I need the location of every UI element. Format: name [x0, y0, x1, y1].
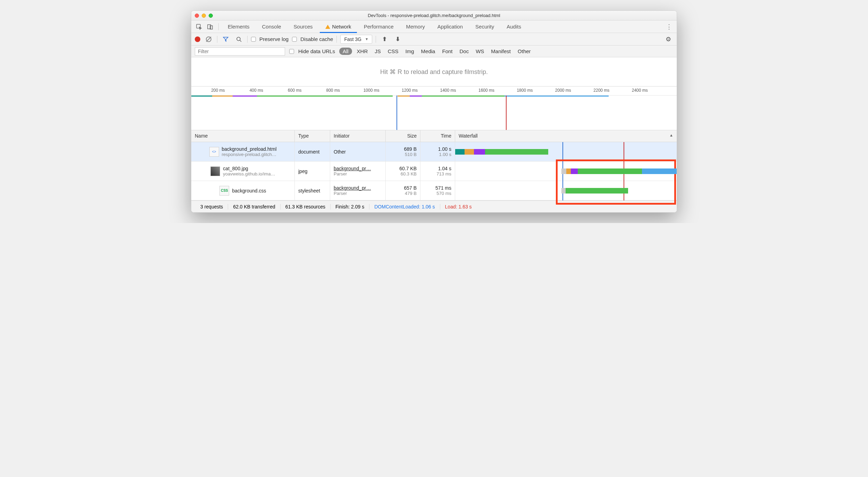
filter-tag-css[interactable]: CSS: [386, 48, 401, 55]
request-type: stylesheet: [298, 188, 326, 194]
timeline-tick: 2000 ms: [555, 88, 571, 93]
request-size-sub: 510 B: [405, 152, 417, 157]
request-time: 1.00 s: [438, 146, 451, 152]
disable-cache-checkbox[interactable]: [292, 37, 297, 42]
search-icon[interactable]: [234, 34, 244, 44]
filter-input[interactable]: [195, 47, 285, 56]
filter-tag-xhr[interactable]: XHR: [355, 48, 370, 55]
initiator-sub: Parser: [334, 171, 382, 176]
request-time-sub: 1.00 s: [439, 152, 451, 157]
request-name: background.css: [232, 188, 266, 194]
load-marker: [506, 96, 507, 130]
separator: [218, 23, 219, 30]
col-header-time[interactable]: Time: [420, 130, 455, 142]
waterfall-cell[interactable]: [455, 181, 677, 200]
col-header-size[interactable]: Size: [386, 130, 420, 142]
hide-data-urls-checkbox[interactable]: [289, 49, 294, 54]
table-header: Name Type Initiator Size Time Waterfall …: [191, 130, 677, 142]
table-row[interactable]: <>background_preload.htmlresponsive-prel…: [191, 142, 677, 162]
request-size-sub: 479 B: [405, 191, 417, 196]
status-dcl: DOMContentLoaded: 1.06 s: [369, 204, 440, 209]
request-domain: responsive-preload.glitch…: [222, 152, 277, 157]
window-titlebar: DevTools - responsive-preload.glitch.me/…: [191, 11, 677, 20]
request-time-sub: 713 ms: [436, 171, 451, 176]
request-name: background_preload.html: [222, 146, 277, 152]
more-options-icon[interactable]: ⋮: [664, 22, 674, 32]
html-icon: <>: [209, 147, 219, 157]
filter-tag-font[interactable]: Font: [440, 48, 454, 55]
svg-line-4: [240, 40, 241, 42]
timeline-tick: 200 ms: [211, 88, 225, 93]
filter-tag-img[interactable]: Img: [403, 48, 416, 55]
tab-memory[interactable]: Memory: [401, 20, 431, 33]
filter-tag-js[interactable]: JS: [373, 48, 383, 55]
tab-security[interactable]: Security: [470, 20, 500, 33]
col-header-waterfall[interactable]: Waterfall ▲: [455, 130, 677, 142]
request-size: 657 B: [404, 185, 417, 191]
tab-network[interactable]: Network: [320, 20, 357, 33]
col-header-initiator[interactable]: Initiator: [330, 130, 386, 142]
filter-tag-ws[interactable]: WS: [474, 48, 486, 55]
col-header-type[interactable]: Type: [295, 130, 330, 142]
timeline-tick: 800 ms: [326, 88, 340, 93]
request-table-body: <>background_preload.htmlresponsive-prel…: [191, 142, 677, 200]
timeline-tick: 1000 ms: [364, 88, 379, 93]
inspect-element-icon[interactable]: [194, 22, 204, 32]
settings-gear-icon[interactable]: ⚙: [663, 34, 673, 44]
timeline-tick: 1800 ms: [517, 88, 533, 93]
filter-tag-doc[interactable]: Doc: [457, 48, 471, 55]
request-size-sub: 60.3 KB: [401, 171, 417, 176]
timeline-tick: 2200 ms: [593, 88, 609, 93]
waterfall-cell[interactable]: [455, 142, 677, 161]
tab-sources[interactable]: Sources: [288, 20, 318, 33]
image-icon: [210, 166, 220, 176]
filter-tag-other[interactable]: Other: [516, 48, 533, 55]
tab-performance[interactable]: Performance: [358, 20, 399, 33]
window-title: DevTools - responsive-preload.glitch.me/…: [191, 13, 677, 18]
col-header-name[interactable]: Name: [191, 130, 295, 142]
request-time: 571 ms: [435, 185, 451, 191]
table-row[interactable]: CSSbackground.cssstylesheetbackground_pr…: [191, 181, 677, 200]
timeline-tick: 2400 ms: [632, 88, 648, 93]
timeline-tick: 600 ms: [288, 88, 301, 93]
tab-application[interactable]: Application: [432, 20, 468, 33]
table-row[interactable]: cat_800.jpgyoavweiss.github.io/ima…jpegb…: [191, 162, 677, 181]
filmstrip-hint: Hit ⌘ R to reload and capture filmstrip.: [191, 57, 677, 87]
timeline-tick: 1200 ms: [402, 88, 418, 93]
separator: [247, 36, 248, 43]
timeline-bars: [191, 96, 677, 130]
throttling-select[interactable]: Fast 3G ▼: [340, 35, 372, 44]
timeline-overview[interactable]: 200 ms400 ms600 ms800 ms1000 ms1200 ms14…: [191, 87, 677, 130]
separator: [336, 36, 337, 43]
request-time-sub: 570 ms: [436, 191, 451, 196]
initiator-sub: Parser: [334, 191, 382, 196]
timeline-tick: 400 ms: [250, 88, 263, 93]
request-type: document: [298, 149, 326, 155]
status-bar: 3 requests 62.0 KB transferred 61.3 KB r…: [191, 200, 677, 212]
request-initiator[interactable]: background_pr…: [334, 166, 382, 171]
tab-audits[interactable]: Audits: [501, 20, 527, 33]
request-initiator[interactable]: background_pr…: [334, 185, 382, 191]
clear-button[interactable]: [204, 34, 214, 44]
filter-tag-manifest[interactable]: Manifest: [489, 48, 513, 55]
warning-icon: [325, 25, 330, 29]
css-icon: CSS: [219, 186, 229, 196]
status-load: Load: 1.63 s: [440, 204, 477, 209]
waterfall-cell[interactable]: [455, 162, 677, 181]
export-har-icon[interactable]: ⬇: [393, 34, 402, 44]
hide-data-urls-label: Hide data URLs: [298, 48, 335, 54]
record-button[interactable]: [195, 36, 200, 42]
separator: [376, 36, 376, 43]
request-time: 1.04 s: [438, 166, 451, 171]
filter-tag-all[interactable]: All: [339, 48, 352, 55]
device-toolbar-icon[interactable]: [205, 22, 215, 32]
import-har-icon[interactable]: ⬆: [379, 34, 389, 44]
filter-tag-media[interactable]: Media: [419, 48, 437, 55]
tab-console[interactable]: Console: [257, 20, 287, 33]
tab-elements[interactable]: Elements: [222, 20, 255, 33]
status-transferred: 62.0 KB transferred: [228, 204, 280, 209]
preserve-log-checkbox[interactable]: [251, 37, 256, 42]
filter-toggle-icon[interactable]: [221, 34, 231, 44]
preserve-log-label: Preserve log: [259, 36, 289, 42]
chevron-down-icon: ▼: [365, 37, 368, 41]
